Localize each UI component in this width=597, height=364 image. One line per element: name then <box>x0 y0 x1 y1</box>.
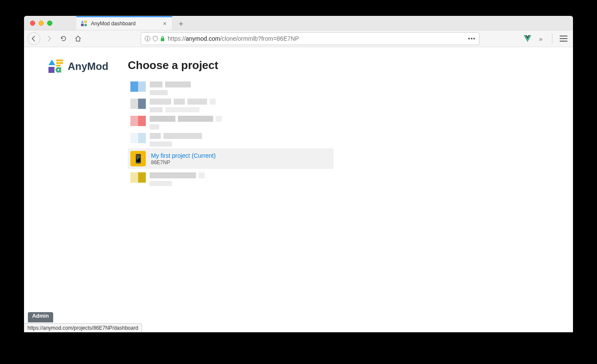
list-item[interactable] <box>128 80 334 97</box>
project-icon: 📱 <box>130 151 146 166</box>
svg-marker-9 <box>48 60 55 65</box>
project-name: My first project (Current) <box>151 152 216 159</box>
svg-rect-16 <box>60 67 61 69</box>
brand-name: AnyMod <box>68 60 109 72</box>
site-identity-icons <box>145 36 165 42</box>
browser-tab[interactable]: AnyMod dashboard × <box>76 16 172 30</box>
svg-rect-10 <box>56 60 63 61</box>
svg-marker-0 <box>81 21 84 23</box>
window-close-button[interactable] <box>30 21 35 26</box>
url-text: https://anymod.com/clone/ormmlb?from=86E… <box>168 35 299 42</box>
tab-close-button[interactable]: × <box>162 21 168 27</box>
overflow-extensions-button[interactable]: » <box>535 33 547 45</box>
address-bar[interactable]: https://anymod.com/clone/ormmlb?from=86E… <box>141 32 479 45</box>
svg-rect-12 <box>56 65 60 66</box>
svg-rect-7 <box>147 38 148 40</box>
browser-window: AnyMod dashboard × + https://anymod.com/… <box>24 16 573 332</box>
new-tab-button[interactable]: + <box>175 18 187 30</box>
project-list: 📱 My first project (Current) 86E7NP <box>128 80 334 188</box>
back-button[interactable] <box>27 32 40 45</box>
forward-button[interactable] <box>43 33 55 45</box>
svg-rect-8 <box>161 38 164 41</box>
list-item[interactable] <box>128 114 334 131</box>
page-content: AnyMod Choose a project <box>24 48 573 332</box>
tab-title: AnyMod dashboard <box>91 21 158 27</box>
svg-rect-17 <box>60 71 61 72</box>
window-minimize-button[interactable] <box>39 21 44 26</box>
svg-rect-3 <box>81 24 84 26</box>
project-chooser: Choose a project <box>128 59 352 188</box>
shield-icon <box>152 36 158 42</box>
admin-badge[interactable]: Admin <box>28 312 53 322</box>
project-code: 86E7NP <box>151 159 216 165</box>
svg-point-4 <box>84 24 87 27</box>
tab-bar: AnyMod dashboard × + <box>24 16 573 30</box>
window-maximize-button[interactable] <box>47 21 52 26</box>
window-controls <box>24 16 58 30</box>
home-button[interactable] <box>72 33 84 45</box>
reload-button[interactable] <box>57 33 69 45</box>
brand-lockup[interactable]: AnyMod <box>48 60 109 73</box>
page-title: Choose a project <box>128 59 352 72</box>
hamburger-icon <box>560 36 567 42</box>
project-row-selected[interactable]: 📱 My first project (Current) 86E7NP <box>128 148 334 169</box>
list-item[interactable] <box>128 171 334 188</box>
svg-rect-2 <box>84 22 87 23</box>
status-bar-link-preview: https://anymod.com/projects/86E7NP/dashb… <box>24 323 142 332</box>
info-icon <box>145 36 151 42</box>
svg-point-15 <box>57 69 59 71</box>
toolbar-right: » <box>524 33 570 45</box>
svg-rect-1 <box>84 21 87 21</box>
toolbar-divider <box>552 33 552 44</box>
vue-devtools-icon[interactable] <box>524 35 531 42</box>
list-item[interactable] <box>128 97 334 114</box>
tab-favicon-icon <box>81 20 87 27</box>
page-actions-button[interactable]: ••• <box>468 35 476 42</box>
app-menu-button[interactable] <box>558 33 570 45</box>
svg-rect-11 <box>56 62 63 64</box>
anymod-logo-icon <box>48 60 63 73</box>
browser-toolbar: https://anymod.com/clone/ormmlb?from=86E… <box>24 30 573 47</box>
lock-icon <box>160 36 165 42</box>
svg-point-6 <box>147 37 148 38</box>
list-item[interactable] <box>128 131 334 148</box>
svg-rect-13 <box>48 67 54 73</box>
